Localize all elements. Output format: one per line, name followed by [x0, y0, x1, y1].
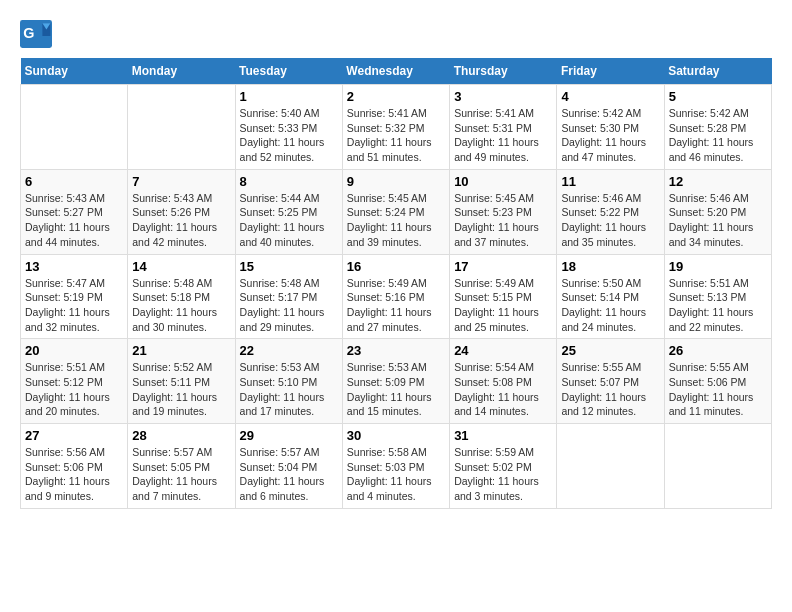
cell-content: Sunrise: 5:57 AMSunset: 5:04 PMDaylight:…: [240, 445, 338, 504]
calendar-cell: 29Sunrise: 5:57 AMSunset: 5:04 PMDayligh…: [235, 424, 342, 509]
cell-content: Sunrise: 5:41 AMSunset: 5:31 PMDaylight:…: [454, 106, 552, 165]
day-number: 20: [25, 343, 123, 358]
day-number: 3: [454, 89, 552, 104]
day-number: 24: [454, 343, 552, 358]
day-header-thursday: Thursday: [450, 58, 557, 85]
calendar-cell: 13Sunrise: 5:47 AMSunset: 5:19 PMDayligh…: [21, 254, 128, 339]
calendar-cell: 18Sunrise: 5:50 AMSunset: 5:14 PMDayligh…: [557, 254, 664, 339]
calendar-cell: 17Sunrise: 5:49 AMSunset: 5:15 PMDayligh…: [450, 254, 557, 339]
cell-content: Sunrise: 5:51 AMSunset: 5:13 PMDaylight:…: [669, 276, 767, 335]
day-number: 10: [454, 174, 552, 189]
cell-content: Sunrise: 5:59 AMSunset: 5:02 PMDaylight:…: [454, 445, 552, 504]
cell-content: Sunrise: 5:53 AMSunset: 5:10 PMDaylight:…: [240, 360, 338, 419]
calendar-cell: 16Sunrise: 5:49 AMSunset: 5:16 PMDayligh…: [342, 254, 449, 339]
calendar-cell: 6Sunrise: 5:43 AMSunset: 5:27 PMDaylight…: [21, 169, 128, 254]
day-header-sunday: Sunday: [21, 58, 128, 85]
calendar-cell: [21, 85, 128, 170]
week-row-5: 27Sunrise: 5:56 AMSunset: 5:06 PMDayligh…: [21, 424, 772, 509]
calendar-cell: [557, 424, 664, 509]
day-number: 22: [240, 343, 338, 358]
day-header-saturday: Saturday: [664, 58, 771, 85]
calendar-cell: 10Sunrise: 5:45 AMSunset: 5:23 PMDayligh…: [450, 169, 557, 254]
calendar-cell: 25Sunrise: 5:55 AMSunset: 5:07 PMDayligh…: [557, 339, 664, 424]
cell-content: Sunrise: 5:46 AMSunset: 5:22 PMDaylight:…: [561, 191, 659, 250]
day-number: 23: [347, 343, 445, 358]
cell-content: Sunrise: 5:45 AMSunset: 5:24 PMDaylight:…: [347, 191, 445, 250]
calendar-cell: 4Sunrise: 5:42 AMSunset: 5:30 PMDaylight…: [557, 85, 664, 170]
calendar-cell: 3Sunrise: 5:41 AMSunset: 5:31 PMDaylight…: [450, 85, 557, 170]
calendar-cell: 21Sunrise: 5:52 AMSunset: 5:11 PMDayligh…: [128, 339, 235, 424]
calendar-cell: 8Sunrise: 5:44 AMSunset: 5:25 PMDaylight…: [235, 169, 342, 254]
day-number: 2: [347, 89, 445, 104]
cell-content: Sunrise: 5:43 AMSunset: 5:26 PMDaylight:…: [132, 191, 230, 250]
cell-content: Sunrise: 5:42 AMSunset: 5:30 PMDaylight:…: [561, 106, 659, 165]
calendar-cell: 28Sunrise: 5:57 AMSunset: 5:05 PMDayligh…: [128, 424, 235, 509]
svg-text:G: G: [23, 25, 34, 41]
calendar-cell: 24Sunrise: 5:54 AMSunset: 5:08 PMDayligh…: [450, 339, 557, 424]
cell-content: Sunrise: 5:56 AMSunset: 5:06 PMDaylight:…: [25, 445, 123, 504]
calendar-cell: 23Sunrise: 5:53 AMSunset: 5:09 PMDayligh…: [342, 339, 449, 424]
cell-content: Sunrise: 5:51 AMSunset: 5:12 PMDaylight:…: [25, 360, 123, 419]
calendar-cell: 7Sunrise: 5:43 AMSunset: 5:26 PMDaylight…: [128, 169, 235, 254]
day-number: 6: [25, 174, 123, 189]
calendar-cell: 22Sunrise: 5:53 AMSunset: 5:10 PMDayligh…: [235, 339, 342, 424]
day-number: 17: [454, 259, 552, 274]
day-number: 8: [240, 174, 338, 189]
calendar-cell: 5Sunrise: 5:42 AMSunset: 5:28 PMDaylight…: [664, 85, 771, 170]
calendar-cell: [664, 424, 771, 509]
cell-content: Sunrise: 5:55 AMSunset: 5:06 PMDaylight:…: [669, 360, 767, 419]
cell-content: Sunrise: 5:45 AMSunset: 5:23 PMDaylight:…: [454, 191, 552, 250]
day-header-wednesday: Wednesday: [342, 58, 449, 85]
day-number: 16: [347, 259, 445, 274]
day-number: 25: [561, 343, 659, 358]
page-header: G: [20, 20, 772, 48]
day-header-monday: Monday: [128, 58, 235, 85]
day-number: 27: [25, 428, 123, 443]
day-number: 21: [132, 343, 230, 358]
calendar-cell: 11Sunrise: 5:46 AMSunset: 5:22 PMDayligh…: [557, 169, 664, 254]
calendar-cell: 15Sunrise: 5:48 AMSunset: 5:17 PMDayligh…: [235, 254, 342, 339]
cell-content: Sunrise: 5:58 AMSunset: 5:03 PMDaylight:…: [347, 445, 445, 504]
cell-content: Sunrise: 5:40 AMSunset: 5:33 PMDaylight:…: [240, 106, 338, 165]
day-header-tuesday: Tuesday: [235, 58, 342, 85]
day-number: 31: [454, 428, 552, 443]
logo-icon: G: [20, 20, 52, 48]
day-number: 11: [561, 174, 659, 189]
cell-content: Sunrise: 5:54 AMSunset: 5:08 PMDaylight:…: [454, 360, 552, 419]
day-number: 1: [240, 89, 338, 104]
day-number: 9: [347, 174, 445, 189]
cell-content: Sunrise: 5:48 AMSunset: 5:17 PMDaylight:…: [240, 276, 338, 335]
day-number: 7: [132, 174, 230, 189]
logo: G: [20, 20, 56, 48]
calendar-cell: 9Sunrise: 5:45 AMSunset: 5:24 PMDaylight…: [342, 169, 449, 254]
day-number: 18: [561, 259, 659, 274]
cell-content: Sunrise: 5:50 AMSunset: 5:14 PMDaylight:…: [561, 276, 659, 335]
cell-content: Sunrise: 5:47 AMSunset: 5:19 PMDaylight:…: [25, 276, 123, 335]
cell-content: Sunrise: 5:42 AMSunset: 5:28 PMDaylight:…: [669, 106, 767, 165]
cell-content: Sunrise: 5:57 AMSunset: 5:05 PMDaylight:…: [132, 445, 230, 504]
day-number: 26: [669, 343, 767, 358]
day-number: 19: [669, 259, 767, 274]
day-number: 15: [240, 259, 338, 274]
day-number: 29: [240, 428, 338, 443]
calendar-cell: 19Sunrise: 5:51 AMSunset: 5:13 PMDayligh…: [664, 254, 771, 339]
day-number: 5: [669, 89, 767, 104]
cell-content: Sunrise: 5:48 AMSunset: 5:18 PMDaylight:…: [132, 276, 230, 335]
calendar-cell: 12Sunrise: 5:46 AMSunset: 5:20 PMDayligh…: [664, 169, 771, 254]
day-header-friday: Friday: [557, 58, 664, 85]
cell-content: Sunrise: 5:49 AMSunset: 5:16 PMDaylight:…: [347, 276, 445, 335]
calendar-cell: 27Sunrise: 5:56 AMSunset: 5:06 PMDayligh…: [21, 424, 128, 509]
cell-content: Sunrise: 5:46 AMSunset: 5:20 PMDaylight:…: [669, 191, 767, 250]
calendar-cell: 20Sunrise: 5:51 AMSunset: 5:12 PMDayligh…: [21, 339, 128, 424]
cell-content: Sunrise: 5:49 AMSunset: 5:15 PMDaylight:…: [454, 276, 552, 335]
day-header-row: SundayMondayTuesdayWednesdayThursdayFrid…: [21, 58, 772, 85]
cell-content: Sunrise: 5:53 AMSunset: 5:09 PMDaylight:…: [347, 360, 445, 419]
calendar-table: SundayMondayTuesdayWednesdayThursdayFrid…: [20, 58, 772, 509]
calendar-cell: 26Sunrise: 5:55 AMSunset: 5:06 PMDayligh…: [664, 339, 771, 424]
day-number: 12: [669, 174, 767, 189]
calendar-cell: [128, 85, 235, 170]
week-row-3: 13Sunrise: 5:47 AMSunset: 5:19 PMDayligh…: [21, 254, 772, 339]
day-number: 14: [132, 259, 230, 274]
calendar-cell: 1Sunrise: 5:40 AMSunset: 5:33 PMDaylight…: [235, 85, 342, 170]
calendar-cell: 31Sunrise: 5:59 AMSunset: 5:02 PMDayligh…: [450, 424, 557, 509]
